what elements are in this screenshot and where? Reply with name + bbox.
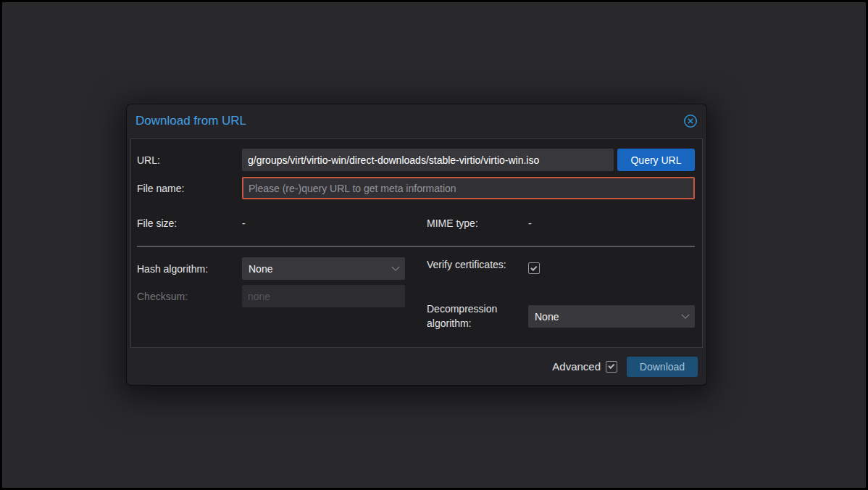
section-divider [137, 246, 695, 247]
dialog-toolbar: Advanced Download [127, 348, 706, 385]
download-button[interactable]: Download [627, 357, 698, 377]
file-size-value: - [242, 212, 246, 234]
check-icon [608, 362, 614, 369]
url-label: URL: [137, 149, 160, 171]
form-panel: URL: Query URL File name: File size: - M… [130, 138, 703, 348]
checksum-input [242, 285, 405, 307]
hash-algorithm-select[interactable]: None [242, 257, 405, 280]
chevron-down-icon [391, 262, 399, 270]
desktop-background: { "window": { "title": "Download from UR… [0, 0, 868, 490]
url-input[interactable] [242, 149, 614, 171]
advanced-label: Advanced [552, 360, 601, 373]
file-size-label: File size: [137, 212, 177, 234]
decompression-algorithm-value: None [535, 311, 683, 323]
dialog-title: Download from URL [135, 114, 683, 128]
file-name-input[interactable] [242, 177, 695, 199]
download-from-url-dialog: Download from URL URL: Query URL File na… [127, 104, 706, 385]
decompression-algorithm-label: Decompression algorithm: [427, 302, 521, 331]
verify-certificates-checkbox[interactable] [528, 262, 540, 274]
file-name-label: File name: [137, 177, 184, 199]
mime-type-label: MIME type: [427, 212, 478, 234]
checksum-label: Checksum: [137, 285, 188, 307]
verify-certificates-label: Verify certificates: [427, 257, 514, 272]
check-icon [530, 265, 537, 271]
hash-algorithm-value: None [249, 263, 393, 275]
close-icon[interactable] [683, 114, 698, 128]
hash-algorithm-label: Hash algorithm: [137, 257, 208, 280]
dialog-header: Download from URL [127, 104, 706, 138]
query-url-button[interactable]: Query URL [617, 149, 695, 171]
mime-type-value: - [528, 212, 532, 234]
decompression-algorithm-select[interactable]: None [528, 305, 695, 328]
advanced-checkbox[interactable] [606, 361, 617, 373]
chevron-down-icon [681, 310, 689, 318]
